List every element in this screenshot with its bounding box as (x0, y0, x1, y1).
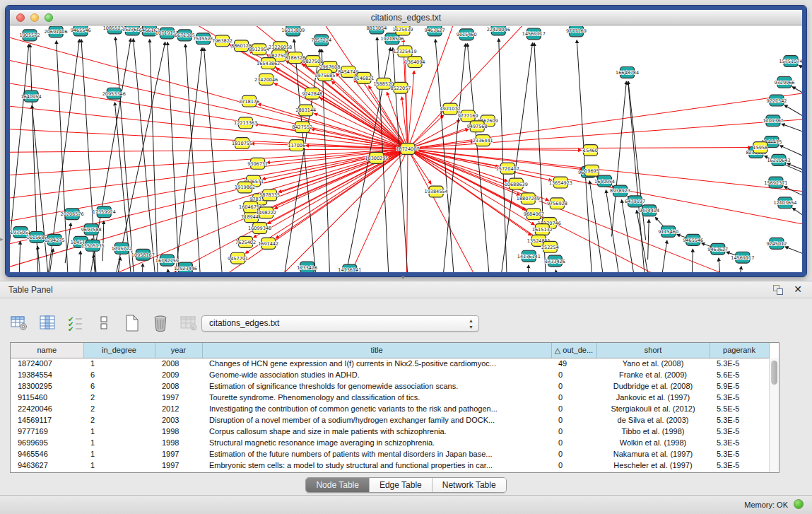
network-node[interactable]: 1691442 (258, 238, 278, 249)
memory-ok-indicator-icon[interactable] (794, 499, 804, 509)
table-cell[interactable]: 5.5E-5 (710, 403, 769, 414)
table-cell[interactable]: 2008 (155, 358, 202, 369)
network-node[interactable]: 16033809 (281, 26, 305, 36)
table-row[interactable]: 1938455462009Genome-wide association stu… (11, 369, 769, 380)
table-row[interactable]: 1456911722003Disruption of a novel membe… (11, 414, 769, 426)
table-cell[interactable]: 1 (83, 460, 155, 471)
network-node[interactable]: 15460 (583, 145, 598, 156)
network-node[interactable]: 9463627 (707, 243, 728, 255)
network-node[interactable]: 16782759 (155, 255, 179, 266)
table-cell[interactable]: Tibbo et al. (1998) (596, 426, 710, 437)
network-canvas[interactable]: 1905572206914069465546108552371527602646… (10, 26, 802, 272)
network-node[interactable]: 9306731 (247, 158, 268, 169)
table-cell[interactable]: 0 (551, 414, 596, 426)
network-node[interactable]: 9115460 (457, 29, 477, 40)
network-node[interactable]: 1640954 (21, 90, 42, 102)
network-node[interactable]: 7963822 (212, 35, 233, 47)
network-node[interactable]: 9242848 (302, 88, 322, 99)
table-cell[interactable]: 9465546 (11, 448, 83, 460)
table-columns-icon[interactable] (38, 314, 57, 332)
network-node[interactable]: 7625402 (235, 236, 256, 247)
table-cell[interactable]: Wolkin et al. (1998) (596, 437, 710, 448)
float-window-icon[interactable] (772, 284, 784, 296)
table-cell[interactable]: 5.3E-5 (710, 448, 769, 460)
network-node[interactable]: 1364094 (405, 57, 425, 68)
window-titlebar[interactable]: citations_edges.txt (10, 10, 802, 25)
network-node[interactable]: 14569117 (731, 252, 754, 263)
table-cell[interactable]: 1997 (155, 460, 202, 471)
network-node[interactable]: 7515526 (193, 33, 213, 45)
network-node[interactable]: 15751074 (779, 56, 802, 67)
table-cell[interactable]: Stergiakouli et al. (2012) (596, 403, 710, 414)
table-cell[interactable]: Genome-wide association studies in ADHD. (202, 369, 551, 380)
table-cell[interactable]: 6 (83, 380, 155, 392)
column-header[interactable]: name (11, 343, 83, 358)
network-node[interactable]: 9115460 (658, 226, 678, 238)
table-cell[interactable]: Nakamura et al. (1997) (596, 448, 710, 460)
network-node[interactable]: 15958 (753, 142, 768, 153)
select-checkmarks-icon[interactable]: ✔✔✔ (66, 314, 85, 332)
column-header[interactable]: △ out_de... (551, 343, 596, 358)
table-row[interactable]: 946362711997Embryonic stem cells: a mode… (11, 460, 769, 471)
close-icon[interactable]: ✕ (794, 284, 802, 295)
column-header[interactable]: year (155, 343, 202, 358)
network-node[interactable]: 9756928 (547, 198, 567, 209)
table-cell[interactable]: Yano et al. (2008) (596, 358, 710, 369)
network-node[interactable]: 10688639 (505, 178, 528, 189)
table-row[interactable]: 969969511998Structural magnetic resonanc… (11, 437, 769, 448)
network-node[interactable]: 14136141 (338, 264, 361, 272)
network-node[interactable]: 9465546 (683, 234, 703, 245)
network-node[interactable]: 5878335 (259, 189, 280, 201)
network-node[interactable]: 12923446 (174, 262, 197, 272)
network-node[interactable]: 18807249 (517, 193, 540, 204)
network-node[interactable]: 1294275 (45, 234, 65, 245)
network-node[interactable]: 8522057 (391, 82, 411, 93)
row-height-icon[interactable] (95, 314, 113, 332)
network-node[interactable]: 20691406 (45, 26, 68, 37)
table-cell[interactable]: 2 (83, 392, 155, 403)
column-header[interactable]: short (596, 343, 710, 358)
network-node[interactable]: 9329966 (774, 76, 794, 88)
network-node[interactable]: 12325419 (393, 46, 416, 57)
table-cell[interactable]: 18724007 (11, 358, 83, 369)
network-node[interactable]: 7857224 (311, 35, 331, 46)
collapse-panel-arrow-icon[interactable]: ▸ (0, 235, 4, 243)
table-vertical-scrollbar[interactable] (769, 358, 779, 472)
table-cell[interactable]: 49 (551, 358, 596, 369)
network-node[interactable]: 2718176 (239, 95, 259, 107)
network-node[interactable]: 6479197 (625, 196, 645, 207)
table-cell[interactable]: 0 (551, 437, 596, 448)
table-cell[interactable]: 6 (83, 369, 155, 380)
table-cell[interactable]: 5.3E-5 (710, 414, 769, 426)
network-node[interactable]: 22420046 (487, 26, 510, 35)
table-cell[interactable]: 0 (551, 392, 596, 403)
network-node[interactable]: 9227342 (766, 95, 787, 106)
table-row[interactable]: 911546021997Tourette syndrome. Phenomeno… (11, 392, 769, 403)
table-cell[interactable]: Hescheler et al. (1997) (596, 460, 710, 471)
network-node[interactable]: 1640954 (594, 175, 615, 187)
table-cell[interactable]: Structural magnetic resonance image aver… (202, 437, 551, 448)
table-cell[interactable]: 5.3E-5 (710, 437, 769, 448)
table-row[interactable]: 946554611997Estimation of the future num… (11, 448, 769, 460)
network-node[interactable]: 9146821 (353, 72, 374, 83)
table-cell[interactable]: Jankovic et al. (1997) (596, 392, 710, 403)
network-node[interactable]: 9463627 (425, 26, 445, 36)
delete-trash-icon[interactable] (151, 314, 170, 332)
table-cell[interactable]: 5.6E-5 (710, 369, 769, 380)
table-cell[interactable]: de Silva et al. (2003) (596, 414, 710, 426)
column-header[interactable]: pagerank (710, 343, 769, 358)
network-node[interactable]: 9465546 (71, 26, 91, 36)
table-cell[interactable]: 18300295 (11, 380, 83, 392)
network-node[interactable]: 1810755 (232, 138, 252, 149)
table-cell[interactable]: 1997 (155, 448, 202, 460)
network-node[interactable]: 9777169 (566, 26, 587, 37)
table-cell[interactable]: 5.3E-5 (710, 460, 769, 471)
table-cell[interactable]: 2012 (155, 403, 202, 414)
table-cell[interactable]: 2009 (155, 369, 202, 380)
table-cell[interactable]: 22420046 (11, 403, 83, 414)
network-node[interactable]: 1125439 (393, 26, 413, 35)
network-node[interactable]: 16648784 (616, 67, 639, 78)
table-cell[interactable]: Investigating the contribution of common… (202, 403, 551, 414)
table-cell[interactable]: 2003 (155, 414, 202, 426)
table-cell[interactable]: 1998 (155, 437, 202, 448)
